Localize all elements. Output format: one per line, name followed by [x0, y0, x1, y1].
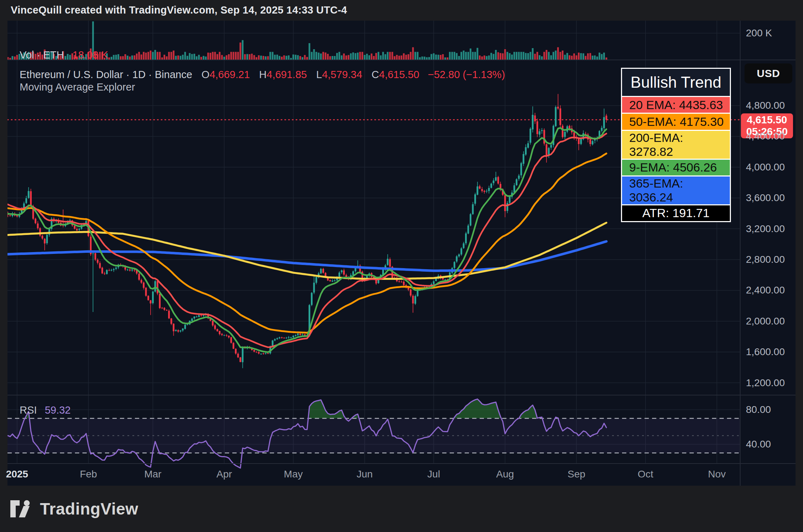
- attribution-text: VinceQuill created with TradingView.com,…: [11, 4, 347, 16]
- panel-row-ema50: 50-EMA: 4175.30: [622, 113, 730, 129]
- time-axis-label[interactable]: Mar: [144, 469, 161, 480]
- tradingview-logo-icon: [10, 500, 34, 518]
- currency-button[interactable]: USD: [744, 63, 792, 83]
- tradingview-wordmark: TradingView: [40, 499, 138, 518]
- low-letter: L: [316, 69, 322, 80]
- panel-row-atr: ATR: 191.71: [622, 204, 730, 221]
- price-axis-label[interactable]: 1,200.00: [746, 377, 785, 389]
- symbol-legend[interactable]: Ethereum / U.S. Dollar · 1D · Binance O4…: [20, 69, 505, 81]
- panel-row-ema200: 200-EMA: 3278.82: [622, 130, 730, 159]
- panel-row-ema365: 365-EMA: 3036.24: [622, 175, 730, 204]
- rsi-value: 59.32: [45, 404, 71, 416]
- panel-title: Bullish Trend: [622, 69, 730, 96]
- rsi-axis-label[interactable]: 40.00: [746, 439, 771, 450]
- panel-row-ema20: 20 EMA: 4435.63: [622, 96, 730, 113]
- price-axis-label[interactable]: 2,000.00: [746, 316, 785, 327]
- footer: TradingView: [0, 486, 803, 532]
- open-value: 4,669.21: [209, 69, 250, 80]
- indicator-legend[interactable]: Moving Average Explorer: [20, 81, 135, 93]
- time-axis-label[interactable]: Jun: [357, 469, 373, 480]
- open-letter: O: [202, 69, 210, 80]
- chart-widget: Vol · ETH 18.08 K Ethereum / U.S. Dollar…: [7, 21, 796, 486]
- time-axis-label[interactable]: Sep: [567, 469, 585, 480]
- price-axis-label[interactable]: 4,000.00: [746, 162, 785, 173]
- volume-legend-value: 18.08 K: [72, 49, 108, 61]
- price-axis-label[interactable]: 1,600.00: [746, 346, 785, 358]
- time-axis-label[interactable]: Jul: [427, 469, 440, 480]
- time-axis-label[interactable]: 2025: [6, 469, 28, 480]
- high-letter: H: [259, 69, 267, 80]
- time-axis-label[interactable]: Oct: [638, 469, 653, 480]
- volume-axis-label[interactable]: 200 K: [746, 27, 772, 39]
- low-value: 4,579.34: [322, 69, 362, 80]
- close-value: 4,615.50: [379, 69, 419, 80]
- bullish-trend-panel: Bullish Trend 20 EMA: 4435.63 50-EMA: 41…: [621, 68, 731, 222]
- price-axis-label[interactable]: 4,800.00: [746, 100, 785, 111]
- rsi-axis-label[interactable]: 80.00: [746, 404, 771, 415]
- price-axis-label[interactable]: 3,200.00: [746, 223, 785, 235]
- price-axis-label[interactable]: 2,400.00: [746, 285, 785, 296]
- time-axis-label[interactable]: Aug: [496, 469, 514, 480]
- time-axis-label[interactable]: Apr: [217, 469, 232, 480]
- current-price: 4,615.50: [747, 114, 787, 126]
- time-axis-label[interactable]: Nov: [708, 469, 726, 480]
- time-axis-label[interactable]: Feb: [80, 469, 97, 480]
- volume-legend-label: Vol · ETH: [20, 49, 64, 61]
- indicator-title: Moving Average Explorer: [20, 81, 135, 93]
- close-letter: C: [372, 69, 379, 80]
- symbol-title: Ethereum / U.S. Dollar · 1D · Binance: [20, 69, 192, 80]
- price-axis-label[interactable]: 3,600.00: [746, 192, 785, 204]
- panel-row-ema9: 9-EMA: 4506.26: [622, 159, 730, 175]
- price-axis-label[interactable]: 4,400.00: [746, 131, 785, 142]
- high-value: 4,691.85: [267, 69, 307, 80]
- rsi-label: RSI: [20, 404, 37, 416]
- price-axis-label[interactable]: 2,800.00: [746, 254, 785, 265]
- volume-legend[interactable]: Vol · ETH 18.08 K: [20, 49, 108, 61]
- tradingview-logo[interactable]: TradingView: [10, 499, 138, 518]
- rsi-legend[interactable]: RSI 59.32: [20, 404, 71, 416]
- change-value: −52.80 (−1.13%): [428, 69, 505, 80]
- time-axis-label[interactable]: May: [284, 469, 303, 480]
